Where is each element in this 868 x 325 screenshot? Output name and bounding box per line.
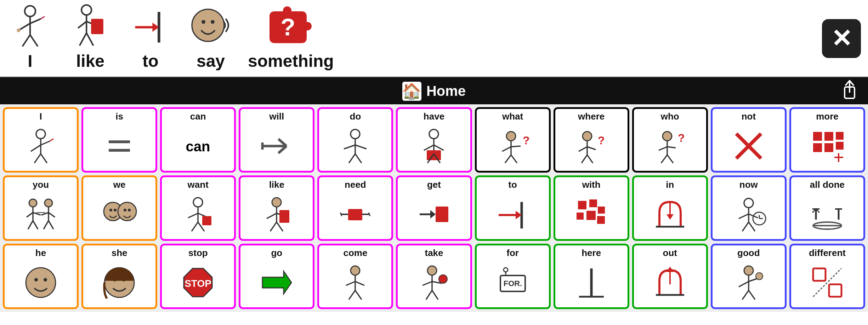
svg-line-187	[739, 282, 749, 287]
svg-line-71	[661, 155, 667, 163]
svg-point-90	[45, 199, 52, 207]
grid-cell-0-10[interactable]: more	[789, 107, 865, 173]
word-I-icon	[7, 6, 53, 48]
svg-line-174	[432, 290, 438, 300]
svg-point-175	[439, 275, 447, 283]
home-icon: 🏠	[402, 82, 421, 101]
word-I[interactable]: I	[7, 6, 53, 71]
svg-line-120	[340, 213, 342, 216]
grid-cell-0-6[interactable]: what ?	[475, 107, 551, 173]
grid-cell-0-7[interactable]: where ?	[554, 107, 629, 173]
word-like[interactable]: like	[67, 6, 113, 71]
cell-label-0-3: will	[242, 111, 311, 122]
cell-icon-1-1	[85, 191, 154, 238]
svg-point-22	[303, 22, 312, 30]
grid-cell-1-0[interactable]: you	[3, 175, 79, 241]
cell-icon-0-7: ?	[557, 123, 626, 169]
svg-line-6	[30, 35, 38, 46]
svg-point-103	[193, 198, 203, 207]
svg-line-165	[346, 282, 355, 285]
svg-rect-79	[824, 143, 833, 152]
svg-line-112	[267, 213, 277, 219]
svg-point-110	[272, 198, 281, 207]
grid-cell-0-3[interactable]: will	[239, 107, 314, 173]
grid-cell-0-9[interactable]: not	[711, 107, 787, 173]
grid-cell-1-4[interactable]: need	[317, 175, 393, 241]
svg-line-29	[41, 141, 50, 145]
grid-cell-2-5[interactable]: take	[396, 244, 472, 309]
grid-cell-2-10[interactable]: different	[789, 244, 865, 309]
grid-cell-1-6[interactable]: to	[475, 175, 551, 241]
grid-cell-2-7[interactable]: here	[554, 244, 629, 309]
cell-label-2-9: good	[714, 248, 783, 259]
grid-cell-1-7[interactable]: with	[554, 175, 629, 241]
svg-line-62	[579, 147, 587, 151]
grid-cell-1-1[interactable]: we	[81, 175, 157, 241]
svg-line-190	[742, 290, 749, 300]
grid-cell-2-9[interactable]: good	[711, 244, 787, 309]
grid-cell-1-8[interactable]: in	[632, 175, 708, 241]
svg-rect-130	[577, 213, 584, 220]
word-to[interactable]: to	[127, 6, 174, 71]
grid-cell-0-8[interactable]: who ?	[632, 107, 708, 173]
svg-rect-193	[829, 284, 841, 297]
top-bar: I like	[0, 0, 868, 78]
cell-icon-1-6	[478, 191, 548, 238]
svg-line-42	[344, 145, 355, 149]
word-say-label: say	[197, 51, 225, 71]
word-like-icon	[67, 6, 113, 48]
cell-label-1-5: get	[399, 179, 469, 190]
svg-line-116	[277, 222, 283, 231]
home-button[interactable]: 🏠 Home	[402, 82, 466, 101]
svg-point-155	[34, 278, 38, 282]
cell-label-0-4: do	[320, 111, 390, 122]
share-button[interactable]	[842, 80, 857, 103]
cell-label-0-7: where	[557, 111, 626, 122]
svg-rect-133	[597, 216, 605, 224]
grid-cell-0-1[interactable]: is	[81, 107, 157, 173]
grid-cell-1-3[interactable]: like	[239, 175, 314, 241]
grid-cell-1-9[interactable]: now	[711, 175, 787, 241]
cell-label-0-9: not	[714, 111, 783, 122]
svg-rect-50	[427, 150, 441, 160]
svg-line-173	[426, 290, 432, 300]
svg-line-3	[30, 19, 41, 23]
grid-cell-1-10[interactable]: all done	[789, 175, 865, 241]
cell-icon-0-0	[6, 123, 75, 169]
svg-point-60	[583, 132, 592, 141]
word-something[interactable]: ? something	[248, 6, 334, 71]
svg-text:?: ?	[523, 134, 530, 147]
svg-text:can: can	[186, 139, 210, 154]
grid-cell-2-2[interactable]: stop STOP	[160, 244, 236, 309]
grid-cell-2-4[interactable]: come	[317, 244, 393, 309]
grid-cell-1-5[interactable]: get	[396, 175, 472, 241]
grid-cell-2-8[interactable]: out	[632, 244, 708, 309]
grid-cell-2-3[interactable]: go	[239, 244, 314, 309]
close-button[interactable]: ✕	[822, 19, 861, 58]
svg-point-154	[26, 268, 56, 297]
grid-cell-0-5[interactable]: have	[396, 107, 472, 173]
grid-cell-0-0[interactable]: I	[3, 107, 79, 173]
cell-label-0-0: I	[6, 111, 75, 122]
grid-cell-0-4[interactable]: do	[317, 107, 393, 173]
cell-icon-2-9	[714, 259, 783, 306]
svg-text:FOR.: FOR.	[503, 279, 522, 288]
cell-icon-2-7	[557, 259, 626, 306]
svg-rect-129	[589, 199, 597, 207]
svg-point-67	[663, 132, 672, 141]
grid-cell-2-1[interactable]: she	[81, 244, 157, 309]
word-like-label: like	[76, 51, 104, 71]
cell-label-1-8: in	[635, 179, 705, 190]
cell-icon-0-1	[85, 123, 154, 169]
grid-cell-2-6[interactable]: for FOR.	[475, 244, 551, 309]
svg-rect-78	[813, 143, 822, 152]
svg-line-95	[49, 221, 53, 229]
grid-cell-1-2[interactable]: want	[160, 175, 236, 241]
grid-cell-0-2[interactable]: cancan	[160, 107, 236, 173]
svg-line-63	[587, 147, 596, 150]
svg-point-156	[44, 278, 47, 282]
cell-label-2-4: come	[320, 248, 390, 259]
svg-line-5	[22, 35, 30, 46]
word-say[interactable]: say	[188, 6, 234, 71]
grid-cell-2-0[interactable]: he	[3, 244, 79, 309]
